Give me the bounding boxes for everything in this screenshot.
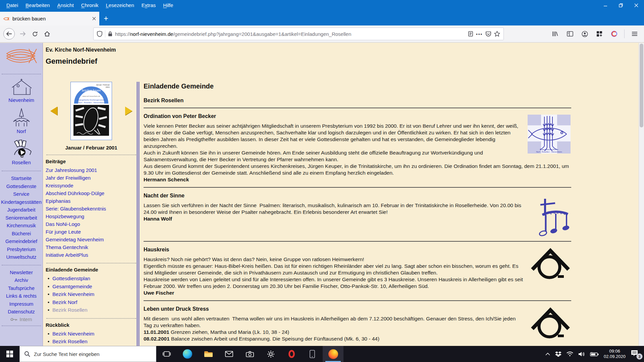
sidebar-link[interactable]: Kindertagesstätten bbox=[0, 198, 43, 206]
menu-button[interactable] bbox=[629, 28, 641, 40]
issue-bullet-link[interactable]: •Gesamtgemeinde bbox=[46, 283, 137, 291]
issue-article-link[interactable]: Initiative ArbeitPlus bbox=[46, 251, 137, 259]
home-button[interactable] bbox=[41, 28, 53, 40]
previous-issue-arrow[interactable] bbox=[50, 107, 57, 115]
settings-button[interactable] bbox=[260, 346, 281, 362]
edge-button[interactable] bbox=[177, 346, 198, 362]
article-paragraph: Hauskreis? Noch nie gehört? Was ist denn… bbox=[144, 256, 571, 263]
menu-item[interactable]: Hilfe bbox=[159, 0, 177, 11]
bookmark-star-icon[interactable] bbox=[494, 31, 500, 37]
menu-item[interactable]: Lesezeichen bbox=[102, 0, 138, 11]
issue-article-link[interactable]: Hospizbewegung bbox=[46, 213, 137, 220]
menu-item[interactable]: Bearbeiten bbox=[22, 0, 54, 11]
article-heading: Nacht der Sinne bbox=[144, 193, 571, 199]
file-explorer-button[interactable] bbox=[198, 346, 219, 362]
sidebar-link[interactable]: Startseite bbox=[0, 175, 43, 183]
new-tab-button[interactable]: + bbox=[99, 12, 113, 25]
sidebar-link[interactable]: Datenschutz bbox=[0, 308, 43, 316]
issue-article-link[interactable]: Thema Gentechnik bbox=[46, 243, 137, 251]
issue-article-link[interactable]: Abschied Dührkoop-Dülge bbox=[46, 189, 137, 197]
firefox-button[interactable] bbox=[323, 346, 343, 362]
sidebar-link[interactable]: Archiv bbox=[0, 277, 43, 285]
issue-article-link[interactable]: Serie: Glaubensbekenntnis bbox=[46, 205, 137, 213]
extensions-button[interactable] bbox=[593, 28, 605, 40]
restore-button[interactable] bbox=[613, 0, 629, 11]
pocket-icon[interactable] bbox=[485, 31, 491, 37]
back-button[interactable] bbox=[3, 28, 15, 40]
sidebar-link[interactable]: Umweltschutz bbox=[0, 253, 43, 261]
sidebar-link[interactable]: Newsletter bbox=[0, 269, 43, 277]
issue-article-link[interactable]: Jahr der Freiwilligen bbox=[46, 174, 137, 182]
opera-button[interactable] bbox=[281, 346, 302, 362]
mail-button[interactable] bbox=[219, 346, 239, 362]
sidebar-item-intern[interactable]: Intern bbox=[0, 317, 43, 322]
tab-close-icon[interactable] bbox=[92, 17, 96, 20]
sidebar-church-nievenheim[interactable]: Nievenheim bbox=[0, 78, 43, 103]
page-scrollbar[interactable] bbox=[639, 43, 644, 346]
menu-item[interactable]: Chronik bbox=[77, 0, 102, 11]
device-button[interactable] bbox=[302, 346, 323, 362]
battery-charging-icon[interactable] bbox=[590, 352, 599, 356]
url-text[interactable]: https://norf-nievenheim.de/gemeindebrief… bbox=[115, 31, 465, 37]
next-issue-arrow[interactable] bbox=[125, 107, 132, 115]
sidebar-link[interactable]: Gemeindebrief bbox=[0, 238, 43, 246]
sidebar-link[interactable]: Impressum bbox=[0, 300, 43, 308]
account-button[interactable] bbox=[579, 28, 591, 40]
scrollbar-thumb[interactable] bbox=[640, 44, 643, 127]
task-view-button[interactable] bbox=[156, 346, 177, 362]
menu-item[interactable]: Datei bbox=[3, 0, 22, 11]
reader-mode-icon[interactable] bbox=[468, 31, 473, 37]
issue-bullet-link[interactable]: •Bezirk Nievenheim bbox=[46, 330, 137, 338]
sidebar-church-rosellen[interactable]: Rosellen bbox=[0, 139, 43, 165]
taskbar-clock[interactable]: 09:06 02.09.2020 bbox=[604, 349, 626, 359]
sidebar-link[interactable]: Presbyterium bbox=[0, 246, 43, 254]
taskbar-search[interactable]: Zur Suche Text hier eingeben bbox=[19, 346, 156, 362]
sidebar-link[interactable]: Taufsprüche bbox=[0, 285, 43, 293]
issue-article-link[interactable]: Epiphanias bbox=[46, 197, 137, 205]
addon-button[interactable] bbox=[608, 28, 620, 40]
issue-bullet-link[interactable]: •Gottesdienstplan bbox=[46, 275, 137, 283]
issue-article-link[interactable]: Das NoNi-Logo bbox=[46, 220, 137, 228]
sidebar-church-norf[interactable]: Norf bbox=[0, 108, 43, 134]
sidebar-link[interactable]: Links & rechts bbox=[0, 292, 43, 300]
speaker-icon[interactable] bbox=[578, 351, 585, 357]
bullet-icon: • bbox=[48, 275, 49, 283]
article-paragraph: 08.02.2001 Balance zwischen Arbeit und E… bbox=[144, 336, 571, 342]
issue-cover[interactable]: Januar / Februar 2001 brücken bauen www.… bbox=[70, 82, 112, 140]
issue-bullet-link[interactable]: •Bezirk Nievenheim bbox=[46, 290, 137, 298]
active-tab[interactable]: brücken bauen bbox=[0, 12, 99, 25]
library-button[interactable] bbox=[549, 28, 561, 40]
article-author: Hanna Wolf bbox=[144, 216, 571, 222]
issue-article-link[interactable]: Gemeindetag Nievenheim bbox=[46, 236, 137, 243]
sidebar-link[interactable]: Gottesdienste bbox=[0, 183, 43, 191]
desktop-screen: DateiBearbeitenAnsichtChronikLesezeichen… bbox=[0, 0, 644, 362]
action-center-button[interactable]: 3 bbox=[631, 350, 641, 358]
issue-article-link[interactable]: Kreissynode bbox=[46, 182, 137, 189]
wifi-icon[interactable] bbox=[567, 351, 573, 357]
dropbox-icon[interactable] bbox=[555, 351, 561, 357]
article-heading: Leben unter Druck Stress bbox=[144, 306, 571, 312]
camera-button[interactable] bbox=[239, 346, 260, 362]
issue-bullet-link[interactable]: •Bezirk Rosellen bbox=[46, 338, 137, 346]
url-bar[interactable]: https://norf-nievenheim.de/gemeindebrief… bbox=[93, 27, 504, 40]
reload-button[interactable] bbox=[29, 28, 41, 40]
menu-item[interactable]: Extras bbox=[138, 0, 160, 11]
close-button[interactable] bbox=[629, 0, 644, 11]
menu-item[interactable]: Ansicht bbox=[54, 0, 77, 11]
sidebar-link[interactable]: Kirchenmusik bbox=[0, 222, 43, 230]
sidebar-link[interactable]: Bücherei bbox=[0, 230, 43, 238]
start-button[interactable] bbox=[0, 346, 19, 362]
sidebar-link[interactable]: Seniorenarbeit bbox=[0, 214, 43, 222]
forward-button[interactable] bbox=[17, 28, 29, 40]
tray-chevron-up-icon[interactable] bbox=[545, 353, 550, 356]
minimize-button[interactable] bbox=[598, 0, 613, 11]
sidebar-toggle-button[interactable] bbox=[564, 28, 576, 40]
issue-article-link[interactable]: Zur Jahreslosung 2001 bbox=[46, 166, 137, 174]
page-actions-icon[interactable]: ••• bbox=[476, 32, 483, 37]
issue-article-link[interactable]: Für junge Leute bbox=[46, 228, 137, 236]
article-author: Uwe Fischer bbox=[144, 290, 571, 296]
issue-bullet-link[interactable]: •Bezirk Norf bbox=[46, 298, 137, 306]
issue-bullet-link[interactable]: •Bezirk Rosellen bbox=[46, 306, 137, 314]
sidebar-link[interactable]: Jugendarbeit bbox=[0, 206, 43, 214]
sidebar-link[interactable]: Service bbox=[0, 190, 43, 198]
